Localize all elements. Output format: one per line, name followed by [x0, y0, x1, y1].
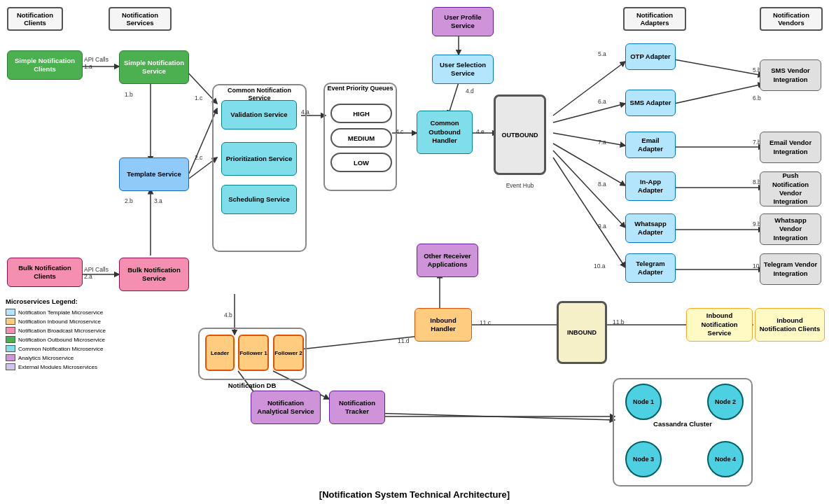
push-vendor: Push Notification Vendor Integration: [760, 172, 821, 206]
sms-vendor: SMS Vendor Integration: [760, 59, 821, 91]
svg-line-32: [370, 413, 615, 420]
label-11c: 11.c: [480, 319, 491, 326]
label-4b: 4.b: [224, 312, 232, 318]
label-5a: 5.a: [598, 50, 606, 57]
label-4e: 4.e: [476, 128, 485, 135]
svg-line-11: [553, 62, 625, 115]
node3: Node 3: [625, 441, 662, 477]
label-6b: 6.b: [753, 94, 761, 102]
scheduling-service: Scheduling Service: [221, 185, 297, 214]
common-notification-service-label: Common Notification Service: [216, 86, 303, 102]
user-profile-service: User Profile Service: [432, 7, 494, 36]
legend: Microservices Legend: Notification Templ…: [6, 298, 121, 372]
notification-services-header: Notification Services: [109, 7, 172, 31]
label-4a: 4.a: [301, 108, 309, 115]
label-11d: 11.d: [398, 337, 410, 344]
svg-line-14: [553, 144, 625, 186]
page-title: [Notification System Technical Architect…: [0, 489, 829, 500]
bulk-notification-service: Bulk Notification Service: [119, 258, 189, 291]
api-calls-2a-label: API Calls2.a: [84, 266, 109, 280]
svg-line-18: [674, 84, 763, 104]
inbound-notification-clients: Inbound Notification Clients: [755, 308, 825, 342]
label-6a: 6.a: [598, 98, 606, 105]
notification-tracker: Notification Tracker: [329, 391, 385, 424]
simple-notification-service: Simple Notification Service: [119, 50, 189, 84]
notification-vendors-header: Notification Vendors: [760, 7, 823, 31]
queue-medium: MEDIUM: [330, 128, 392, 148]
validation-service: Validation Service: [221, 100, 297, 130]
common-outbound-handler: Common Outbound Handler: [417, 111, 473, 154]
queue-high: HIGH: [330, 104, 392, 123]
cassandra-cluster-label: Cassandra Cluster: [644, 420, 721, 428]
api-calls-1a-label: API Calls1.a: [84, 56, 109, 70]
bulk-notification-clients: Bulk Notification Clients: [7, 258, 83, 287]
db-follower1: Follower 1: [238, 335, 269, 371]
label-2b: 2.b: [125, 197, 133, 204]
outbound-cylinder: OUTBOUND: [494, 94, 546, 175]
label-2c: 2.c: [195, 154, 202, 161]
svg-line-17: [674, 59, 763, 76]
telegram-adapter: Telegram Adapter: [625, 253, 676, 283]
label-9a: 9.a: [598, 223, 606, 230]
template-service: Template Service: [119, 158, 189, 191]
queue-low: LOW: [330, 153, 392, 172]
label-10a: 10.a: [594, 262, 606, 270]
label-8a: 8.a: [598, 181, 606, 188]
label-1b: 1.b: [125, 91, 133, 98]
email-adapter: Email Adapter: [625, 132, 676, 158]
inapp-adapter: In-App Adapter: [625, 172, 676, 201]
telegram-vendor: Telegram Vendor Integration: [760, 253, 821, 285]
label-7a: 7.a: [598, 139, 606, 146]
node2: Node 2: [707, 384, 744, 420]
notification-db-label: Notification DB: [207, 382, 298, 389]
node1: Node 1: [625, 384, 662, 420]
whatsapp-vendor: Whatsapp Vendor Integration: [760, 214, 821, 245]
inbound-handler: Inbound Handler: [415, 308, 472, 342]
simple-notification-clients: Simple Notification Clients: [7, 50, 83, 80]
label-11b: 11.b: [613, 318, 625, 326]
label-3a: 3.a: [154, 197, 162, 204]
node4: Node 4: [707, 441, 744, 477]
svg-line-16: [553, 158, 625, 267]
notification-clients-header: Notification Clients: [7, 7, 63, 31]
db-follower2: Follower 2: [273, 335, 304, 371]
svg-line-12: [553, 104, 625, 122]
inbound-notification-service: Inbound Notification Service: [686, 308, 753, 342]
otp-adapter: OTP Adapter: [625, 43, 676, 70]
diagram: Notification Clients Notification Servic…: [0, 0, 829, 504]
sms-adapter: SMS Adapter: [625, 90, 676, 116]
notification-adapters-header: Notification Adapters: [623, 7, 686, 31]
email-vendor: Email Vendor Integration: [760, 132, 821, 163]
event-hub-label: Event Hub: [497, 182, 543, 189]
whatsapp-adapter: Whatsapp Adapter: [625, 214, 676, 243]
svg-line-13: [553, 133, 625, 146]
user-selection-service: User Selection Service: [432, 55, 494, 84]
notification-analytical-service: Notification Analytical Service: [251, 391, 321, 424]
inbound-cylinder: INBOUND: [557, 301, 607, 364]
label-1c: 1.c: [195, 94, 202, 102]
prioritization-service: Prioritization Service: [221, 142, 297, 176]
label-4c: 4.c: [396, 128, 403, 135]
db-leader: Leader: [205, 335, 235, 371]
other-receiver-applications: Other Receiver Applications: [417, 244, 478, 277]
svg-line-15: [553, 150, 625, 227]
event-priority-queues-label: Event Priority Queues: [326, 84, 395, 92]
label-4d: 4.d: [466, 88, 474, 94]
